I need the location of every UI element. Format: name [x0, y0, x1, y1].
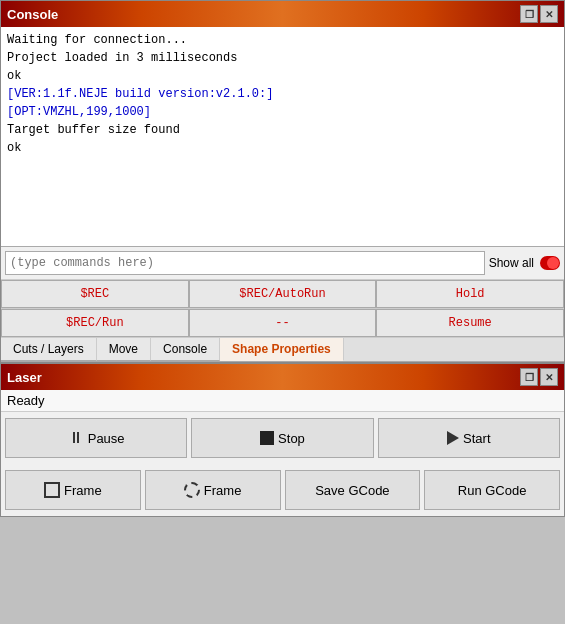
laser-status: Ready: [1, 390, 564, 412]
console-line-2: Project loaded in 3 milliseconds: [7, 49, 558, 67]
console-line-6: Target buffer size found: [7, 121, 558, 139]
run-gcode-button[interactable]: Run GCode: [424, 470, 560, 510]
console-title-bar: Console ❐ ✕: [1, 1, 564, 27]
start-button[interactable]: Start: [378, 418, 560, 458]
pause-button[interactable]: ⏸ Pause: [5, 418, 187, 458]
tab-cuts-layers[interactable]: Cuts / Layers: [1, 338, 97, 361]
console-line-4: [VER:1.1f.NEJE build version:v2.1.0:]: [7, 85, 558, 103]
save-gcode-label: Save GCode: [315, 483, 389, 498]
rec-button[interactable]: $REC: [1, 280, 189, 308]
laser-btn-row-2: Frame Frame Save GCode Run GCode: [1, 464, 564, 516]
frame-circle-label: Frame: [204, 483, 242, 498]
play-icon: [447, 431, 459, 445]
pause-icon: ⏸: [68, 429, 84, 447]
stop-button[interactable]: Stop: [191, 418, 373, 458]
laser-btn-row-1: ⏸ Pause Stop Start: [1, 412, 564, 464]
frame-square-icon: [44, 482, 60, 498]
console-window-title: Console: [7, 7, 518, 22]
stop-icon: [260, 431, 274, 445]
console-input[interactable]: [5, 251, 485, 275]
console-output: Waiting for connection... Project loaded…: [1, 27, 564, 247]
console-restore-button[interactable]: ❐: [520, 5, 538, 23]
laser-window: Laser ❐ ✕ Ready ⏸ Pause Stop Start Frame…: [0, 363, 565, 517]
pause-label: Pause: [88, 431, 125, 446]
tab-console[interactable]: Console: [151, 338, 220, 361]
console-line-3: ok: [7, 67, 558, 85]
console-line-1: Waiting for connection...: [7, 31, 558, 49]
show-all-label: Show all: [489, 256, 534, 270]
resume-button[interactable]: Resume: [376, 309, 564, 337]
run-gcode-label: Run GCode: [458, 483, 527, 498]
rec-run-button[interactable]: $REC/Run: [1, 309, 189, 337]
frame-square-label: Frame: [64, 483, 102, 498]
show-all-toggle[interactable]: [540, 256, 560, 270]
dash-button[interactable]: --: [189, 309, 377, 337]
tab-move[interactable]: Move: [97, 338, 151, 361]
hold-button[interactable]: Hold: [376, 280, 564, 308]
tab-row: Cuts / Layers Move Console Shape Propert…: [1, 338, 564, 362]
tab-shape-properties[interactable]: Shape Properties: [220, 338, 344, 361]
save-gcode-button[interactable]: Save GCode: [285, 470, 421, 510]
laser-close-button[interactable]: ✕: [540, 368, 558, 386]
frame-square-button[interactable]: Frame: [5, 470, 141, 510]
console-window: Console ❐ ✕ Waiting for connection... Pr…: [0, 0, 565, 363]
stop-label: Stop: [278, 431, 305, 446]
laser-window-title: Laser: [7, 370, 518, 385]
console-btn-row-1: $REC $REC/AutoRun Hold: [1, 280, 564, 309]
console-input-row: Show all: [1, 247, 564, 280]
laser-title-bar: Laser ❐ ✕: [1, 364, 564, 390]
frame-circle-icon: [184, 482, 200, 498]
console-btn-row-2: $REC/Run -- Resume: [1, 309, 564, 338]
frame-circle-button[interactable]: Frame: [145, 470, 281, 510]
console-line-7: ok: [7, 139, 558, 157]
laser-restore-button[interactable]: ❐: [520, 368, 538, 386]
console-close-button[interactable]: ✕: [540, 5, 558, 23]
console-line-5: [OPT:VMZHL,199,1000]: [7, 103, 558, 121]
rec-autorun-button[interactable]: $REC/AutoRun: [189, 280, 377, 308]
start-label: Start: [463, 431, 490, 446]
